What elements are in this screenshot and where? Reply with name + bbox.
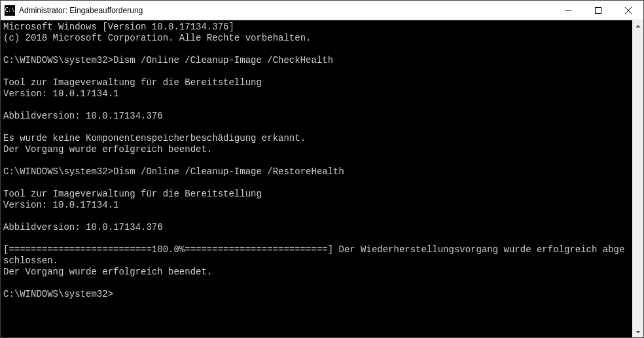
scroll-down-button[interactable] [632, 326, 643, 337]
svg-marker-5 [635, 331, 641, 333]
command-prompt-window: C:\ Administrator: Eingabeaufforderung M… [0, 0, 644, 338]
titlebar: C:\ Administrator: Eingabeaufforderung [1, 1, 643, 20]
cmd-icon-label: C:\ [5, 7, 14, 13]
window-controls [553, 1, 643, 20]
chevron-down-icon [635, 331, 641, 333]
svg-marker-4 [635, 25, 641, 28]
close-icon [625, 7, 632, 14]
maximize-icon [595, 7, 601, 14]
window-title: Administrator: Eingabeaufforderung [19, 6, 553, 15]
scroll-up-button[interactable] [632, 20, 643, 31]
cmd-icon: C:\ [5, 5, 15, 16]
chevron-up-icon [635, 25, 641, 28]
terminal-output[interactable]: Microsoft Windows [Version 10.0.17134.37… [1, 20, 632, 337]
scrollbar-track[interactable] [632, 31, 643, 326]
minimize-icon [565, 7, 571, 14]
maximize-button[interactable] [583, 1, 613, 20]
minimize-button[interactable] [553, 1, 583, 20]
svg-rect-1 [596, 7, 601, 13]
scrollbar[interactable] [632, 20, 643, 337]
close-button[interactable] [613, 1, 643, 20]
content-area: Microsoft Windows [Version 10.0.17134.37… [1, 20, 643, 337]
